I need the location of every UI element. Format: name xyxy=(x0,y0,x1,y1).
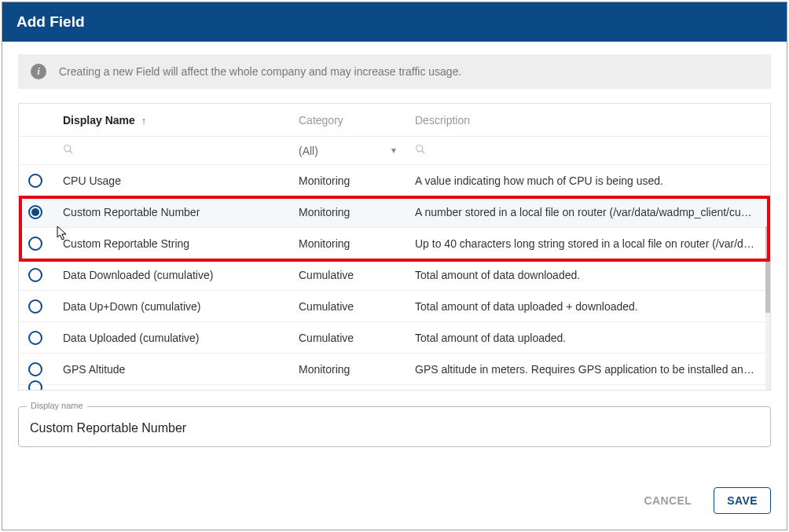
table-filter-row: (All) ▼ xyxy=(19,137,770,165)
display-name-input[interactable]: Display name Custom Reportable Number xyxy=(18,406,771,447)
cancel-button[interactable]: CANCEL xyxy=(633,487,703,514)
add-field-dialog: Add Field i Creating a new Field will af… xyxy=(2,2,787,530)
cell-display-name: CPU Usage xyxy=(63,174,299,187)
filter-category-dropdown[interactable]: (All) ▼ xyxy=(299,145,415,157)
chevron-down-icon: ▼ xyxy=(390,146,398,155)
cell-display-name: Custom Reportable Number xyxy=(63,206,299,218)
table-row[interactable]: GPS AltitudeMonitoringGPS altitude in me… xyxy=(19,354,770,385)
col-category[interactable]: Category xyxy=(299,114,415,127)
info-text: Creating a new Field will affect the who… xyxy=(59,65,461,78)
table-row[interactable]: Data Downloaded (cumulative)CumulativeTo… xyxy=(19,259,770,291)
col-display-name[interactable]: Display Name ↑ xyxy=(63,114,299,127)
cell-display-name: Data Up+Down (cumulative) xyxy=(63,300,299,313)
cell-category: Monitoring xyxy=(299,363,415,376)
radio-button[interactable] xyxy=(28,299,42,314)
cell-description: Up to 40 characters long string stored i… xyxy=(415,237,764,250)
cell-display-name: GPS Altitude xyxy=(63,363,299,376)
svg-line-1 xyxy=(70,151,73,154)
scrollbar-track[interactable] xyxy=(765,226,770,390)
scrollbar-thumb[interactable] xyxy=(765,226,770,313)
dialog-body: i Creating a new Field will affect the w… xyxy=(2,42,787,478)
table-row[interactable]: CPU UsageMonitoringA value indicating ho… xyxy=(19,165,770,196)
save-button[interactable]: SAVE xyxy=(714,487,771,514)
svg-point-0 xyxy=(64,145,71,152)
search-icon xyxy=(63,144,74,157)
cell-description: A value indicating how much of CPU is be… xyxy=(415,174,764,187)
svg-point-2 xyxy=(417,145,423,152)
cell-description: Total amount of data uploaded + download… xyxy=(415,300,764,313)
table-header-row: Display Name ↑ Category Description xyxy=(19,104,770,137)
table-row[interactable]: Custom Reportable StringMonitoringUp to … xyxy=(19,228,770,259)
radio-button[interactable] xyxy=(28,205,42,219)
display-name-value: Custom Reportable Number xyxy=(30,421,759,435)
cell-category: Monitoring xyxy=(299,237,415,250)
radio-button[interactable] xyxy=(28,237,42,251)
radio-button[interactable] xyxy=(28,174,42,188)
dialog-title: Add Field xyxy=(2,2,787,42)
cell-description: Total amount of data uploaded. xyxy=(415,332,764,344)
display-name-label: Display name xyxy=(27,401,87,410)
cell-category: Monitoring xyxy=(299,174,415,187)
cell-category: Cumulative xyxy=(299,300,415,313)
filter-display-name[interactable] xyxy=(63,144,299,157)
svg-line-3 xyxy=(422,151,425,154)
cell-category: Monitoring xyxy=(299,206,415,218)
cell-description: GPS altitude in meters. Requires GPS app… xyxy=(415,363,764,376)
radio-button[interactable] xyxy=(28,380,42,390)
fields-table: Display Name ↑ Category Description (All… xyxy=(18,103,771,391)
col-description[interactable]: Description xyxy=(415,114,764,127)
filter-category-value: (All) xyxy=(299,145,318,157)
cell-description: Total amount of data downloaded. xyxy=(415,269,764,281)
col-display-name-label: Display Name xyxy=(63,114,135,127)
filter-description[interactable] xyxy=(415,144,764,157)
table-row[interactable] xyxy=(19,385,770,390)
dialog-footer: CANCEL SAVE xyxy=(2,478,787,530)
table-row[interactable]: Data Uploaded (cumulative)CumulativeTota… xyxy=(19,322,770,354)
table-row[interactable]: Custom Reportable NumberMonitoringA numb… xyxy=(19,196,770,228)
radio-button[interactable] xyxy=(28,362,42,376)
table-body: CPU UsageMonitoringA value indicating ho… xyxy=(19,165,770,390)
cell-display-name: Data Downloaded (cumulative) xyxy=(63,269,299,281)
search-icon xyxy=(415,144,426,157)
sort-ascending-icon: ↑ xyxy=(141,115,147,127)
cell-description: A number stored in a local file on route… xyxy=(415,206,764,218)
cell-display-name: Data Uploaded (cumulative) xyxy=(63,332,299,344)
cell-category: Cumulative xyxy=(299,332,415,344)
cell-display-name: Custom Reportable String xyxy=(63,237,299,250)
table-row[interactable]: Data Up+Down (cumulative)CumulativeTotal… xyxy=(19,291,770,322)
info-icon: i xyxy=(31,64,46,79)
radio-button[interactable] xyxy=(28,268,42,282)
info-bar: i Creating a new Field will affect the w… xyxy=(18,54,771,89)
radio-button[interactable] xyxy=(28,331,42,345)
cell-category: Cumulative xyxy=(299,269,415,281)
